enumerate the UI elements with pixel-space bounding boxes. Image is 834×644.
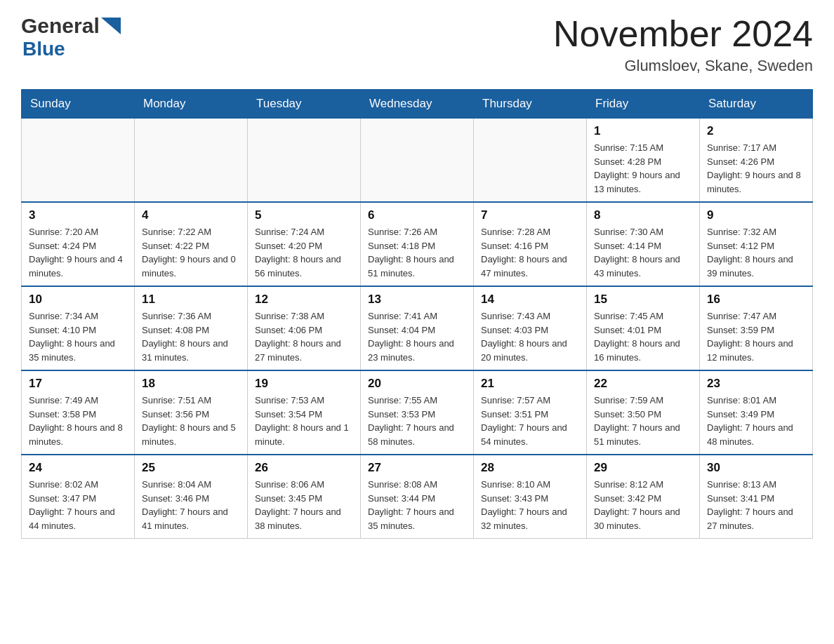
day-info: Sunrise: 7:15 AMSunset: 4:28 PMDaylight:… [594,141,692,196]
day-info: Sunrise: 7:51 AMSunset: 3:56 PMDaylight:… [142,394,240,448]
calendar-cell: 5Sunrise: 7:24 AMSunset: 4:20 PMDaylight… [248,202,361,286]
weekday-header-thursday: Thursday [474,90,587,119]
weekday-header-friday: Friday [587,90,700,119]
day-info: Sunrise: 7:49 AMSunset: 3:58 PMDaylight:… [29,394,127,448]
day-number: 27 [368,461,466,475]
day-number: 5 [255,208,353,222]
calendar-cell: 3Sunrise: 7:20 AMSunset: 4:24 PMDaylight… [22,202,135,286]
logo-icon [101,18,121,34]
calendar-cell: 10Sunrise: 7:34 AMSunset: 4:10 PMDayligh… [22,286,135,370]
day-number: 12 [255,293,353,307]
logo-general-text: General [21,14,100,38]
day-number: 17 [29,377,127,391]
day-number: 22 [594,377,692,391]
calendar-cell: 6Sunrise: 7:26 AMSunset: 4:18 PMDaylight… [361,202,474,286]
day-number: 18 [142,377,240,391]
day-info: Sunrise: 7:36 AMSunset: 4:08 PMDaylight:… [142,309,240,364]
day-info: Sunrise: 7:34 AMSunset: 4:10 PMDaylight:… [29,309,127,364]
calendar-cell [474,119,587,203]
day-info: Sunrise: 7:55 AMSunset: 3:53 PMDaylight:… [368,394,466,448]
day-number: 16 [707,293,805,307]
calendar-week-2: 3Sunrise: 7:20 AMSunset: 4:24 PMDaylight… [22,202,813,286]
calendar-cell: 21Sunrise: 7:57 AMSunset: 3:51 PMDayligh… [474,370,587,455]
calendar-cell: 24Sunrise: 8:02 AMSunset: 3:47 PMDayligh… [22,455,135,539]
calendar-cell: 17Sunrise: 7:49 AMSunset: 3:58 PMDayligh… [22,370,135,455]
day-number: 28 [481,461,579,475]
day-info: Sunrise: 7:53 AMSunset: 3:54 PMDaylight:… [255,394,353,448]
calendar-cell: 27Sunrise: 8:08 AMSunset: 3:44 PMDayligh… [361,455,474,539]
day-info: Sunrise: 7:38 AMSunset: 4:06 PMDaylight:… [255,309,353,364]
calendar-cell: 4Sunrise: 7:22 AMSunset: 4:22 PMDaylight… [135,202,248,286]
day-info: Sunrise: 7:41 AMSunset: 4:04 PMDaylight:… [368,309,466,364]
weekday-header-wednesday: Wednesday [361,90,474,119]
calendar-week-4: 17Sunrise: 7:49 AMSunset: 3:58 PMDayligh… [22,370,813,455]
day-info: Sunrise: 7:57 AMSunset: 3:51 PMDaylight:… [481,394,579,448]
day-info: Sunrise: 7:45 AMSunset: 4:01 PMDaylight:… [594,309,692,364]
day-number: 20 [368,377,466,391]
weekday-header-sunday: Sunday [22,90,135,119]
calendar-table: SundayMondayTuesdayWednesdayThursdayFrid… [21,89,813,539]
calendar-cell [361,119,474,203]
day-number: 14 [481,293,579,307]
calendar-cell: 30Sunrise: 8:13 AMSunset: 3:41 PMDayligh… [700,455,813,539]
day-info: Sunrise: 7:26 AMSunset: 4:18 PMDaylight:… [368,225,466,280]
day-info: Sunrise: 8:04 AMSunset: 3:46 PMDaylight:… [142,478,240,532]
calendar-cell: 11Sunrise: 7:36 AMSunset: 4:08 PMDayligh… [135,286,248,370]
calendar-cell: 16Sunrise: 7:47 AMSunset: 3:59 PMDayligh… [700,286,813,370]
day-info: Sunrise: 8:02 AMSunset: 3:47 PMDaylight:… [29,478,127,532]
day-number: 13 [368,293,466,307]
calendar-cell: 18Sunrise: 7:51 AMSunset: 3:56 PMDayligh… [135,370,248,455]
calendar-cell: 20Sunrise: 7:55 AMSunset: 3:53 PMDayligh… [361,370,474,455]
day-info: Sunrise: 8:13 AMSunset: 3:41 PMDaylight:… [707,478,805,532]
calendar-cell: 15Sunrise: 7:45 AMSunset: 4:01 PMDayligh… [587,286,700,370]
calendar-cell: 29Sunrise: 8:12 AMSunset: 3:42 PMDayligh… [587,455,700,539]
day-info: Sunrise: 8:06 AMSunset: 3:45 PMDaylight:… [255,478,353,532]
day-number: 24 [29,461,127,475]
day-number: 15 [594,293,692,307]
calendar-cell [135,119,248,203]
weekday-header-tuesday: Tuesday [248,90,361,119]
day-number: 3 [29,208,127,222]
day-info: Sunrise: 7:20 AMSunset: 4:24 PMDaylight:… [29,225,127,280]
calendar-cell: 8Sunrise: 7:30 AMSunset: 4:14 PMDaylight… [587,202,700,286]
day-number: 21 [481,377,579,391]
day-number: 30 [707,461,805,475]
logo: General Blue [21,14,121,60]
calendar-cell [22,119,135,203]
svg-marker-0 [101,18,121,34]
day-number: 25 [142,461,240,475]
day-info: Sunrise: 7:17 AMSunset: 4:26 PMDaylight:… [707,141,805,196]
calendar-cell: 9Sunrise: 7:32 AMSunset: 4:12 PMDaylight… [700,202,813,286]
calendar-cell: 7Sunrise: 7:28 AMSunset: 4:16 PMDaylight… [474,202,587,286]
calendar-cell: 22Sunrise: 7:59 AMSunset: 3:50 PMDayligh… [587,370,700,455]
day-number: 7 [481,208,579,222]
day-info: Sunrise: 8:10 AMSunset: 3:43 PMDaylight:… [481,478,579,532]
logo-blue-text: Blue [22,38,65,60]
day-info: Sunrise: 7:43 AMSunset: 4:03 PMDaylight:… [481,309,579,364]
location-text: Glumsloev, Skane, Sweden [553,57,813,75]
calendar-cell: 26Sunrise: 8:06 AMSunset: 3:45 PMDayligh… [248,455,361,539]
day-info: Sunrise: 8:12 AMSunset: 3:42 PMDaylight:… [594,478,692,532]
calendar-cell: 19Sunrise: 7:53 AMSunset: 3:54 PMDayligh… [248,370,361,455]
calendar-week-1: 1Sunrise: 7:15 AMSunset: 4:28 PMDaylight… [22,119,813,203]
day-number: 29 [594,461,692,475]
calendar-cell: 25Sunrise: 8:04 AMSunset: 3:46 PMDayligh… [135,455,248,539]
day-number: 10 [29,293,127,307]
day-info: Sunrise: 8:01 AMSunset: 3:49 PMDaylight:… [707,394,805,448]
day-info: Sunrise: 7:28 AMSunset: 4:16 PMDaylight:… [481,225,579,280]
title-area: November 2024 Glumsloev, Skane, Sweden [553,14,813,75]
day-info: Sunrise: 7:32 AMSunset: 4:12 PMDaylight:… [707,225,805,280]
weekday-header-saturday: Saturday [700,90,813,119]
day-number: 11 [142,293,240,307]
day-number: 6 [368,208,466,222]
calendar-cell [248,119,361,203]
day-number: 19 [255,377,353,391]
calendar-cell: 2Sunrise: 7:17 AMSunset: 4:26 PMDaylight… [700,119,813,203]
calendar-header-row: SundayMondayTuesdayWednesdayThursdayFrid… [22,90,813,119]
day-number: 2 [707,124,805,138]
calendar-week-5: 24Sunrise: 8:02 AMSunset: 3:47 PMDayligh… [22,455,813,539]
day-info: Sunrise: 7:30 AMSunset: 4:14 PMDaylight:… [594,225,692,280]
calendar-cell: 12Sunrise: 7:38 AMSunset: 4:06 PMDayligh… [248,286,361,370]
day-info: Sunrise: 7:47 AMSunset: 3:59 PMDaylight:… [707,309,805,364]
day-info: Sunrise: 7:59 AMSunset: 3:50 PMDaylight:… [594,394,692,448]
